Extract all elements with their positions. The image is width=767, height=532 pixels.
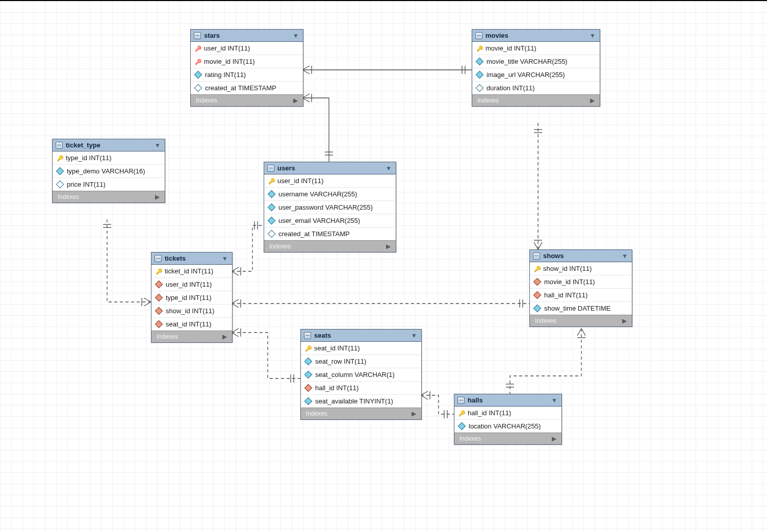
column-row[interactable]: movie_id INT(11) (530, 275, 632, 289)
indexes-section[interactable]: Indexes▶ (151, 331, 232, 342)
svg-line-15 (144, 298, 151, 302)
indexes-label: Indexes (535, 317, 556, 324)
expand-icon[interactable]: ▶ (155, 193, 160, 200)
indexes-section[interactable]: Indexes▶ (191, 94, 303, 106)
column-row[interactable]: movie_title VARCHAR(255) (472, 55, 600, 68)
column-label: user_id INT(11) (204, 44, 250, 52)
column-row[interactable]: type_id INT(11) (151, 291, 232, 305)
column-row[interactable]: hall_id INT(11) (301, 382, 421, 395)
entity-stars[interactable]: stars▼user_id INT(11)movie_id INT(11)rat… (190, 29, 303, 107)
column-row[interactable]: show_id INT(11) (151, 305, 232, 318)
column-row[interactable]: user_password VARCHAR(255) (264, 201, 396, 214)
column-row[interactable]: hall_id INT(11) (530, 289, 632, 302)
column-row[interactable]: created_at TIMESTAMP (264, 227, 396, 240)
indexes-section[interactable]: Indexes▶ (530, 315, 632, 326)
column-row[interactable]: hall_id INT(11) (454, 407, 561, 420)
entity-title[interactable]: shows▼ (530, 250, 632, 262)
expand-icon[interactable]: ▶ (552, 435, 556, 442)
column-row[interactable]: seat_column VARCHAR(1) (301, 368, 421, 382)
column-row[interactable]: user_id INT(11) (264, 174, 396, 188)
column-row[interactable]: duration INT(11) (472, 82, 600, 94)
indexes-section[interactable]: Indexes▶ (264, 240, 396, 252)
column-label: seat_id INT(11) (166, 320, 212, 328)
entity-ticket_type[interactable]: ticket_type▼type_id INT(11)type_demo VAR… (52, 139, 165, 203)
entity-title[interactable]: users▼ (264, 162, 396, 174)
collapse-icon[interactable]: ▼ (411, 332, 417, 339)
d-red-icon (304, 384, 313, 392)
entity-halls[interactable]: halls▼hall_id INT(11)location VARCHAR(25… (454, 394, 562, 445)
column-label: movie_id INT(11) (485, 44, 536, 52)
collapse-icon[interactable]: ▼ (551, 397, 557, 404)
d-cyan-icon (533, 305, 542, 313)
d-white-icon (194, 84, 202, 92)
column-row[interactable]: movie_id INT(11) (472, 42, 600, 55)
expand-icon[interactable]: ▶ (222, 333, 227, 340)
indexes-section[interactable]: Indexes▶ (53, 191, 165, 202)
indexes-section[interactable]: Indexes▶ (301, 408, 421, 419)
collapse-icon[interactable]: ▼ (590, 32, 596, 39)
entity-shows[interactable]: shows▼show_id INT(11)movie_id INT(11)hal… (529, 249, 632, 327)
indexes-section[interactable]: Indexes▶ (472, 94, 600, 106)
column-label: image_url VARCHAR(255) (487, 71, 565, 79)
collapse-icon[interactable]: ▼ (293, 32, 299, 39)
svg-line-0 (302, 66, 310, 70)
d-white-icon (56, 181, 64, 189)
indexes-label: Indexes (269, 243, 291, 250)
column-row[interactable]: user_id INT(11) (191, 42, 303, 55)
column-row[interactable]: created_at TIMESTAMP (191, 82, 303, 94)
column-row[interactable]: type_demo VARCHAR(16) (53, 165, 165, 178)
expand-icon[interactable]: ▶ (412, 410, 416, 417)
column-row[interactable]: type_id INT(11) (53, 151, 165, 165)
entity-title[interactable]: seats▼ (301, 330, 421, 342)
entity-name: seats (314, 332, 331, 339)
er-diagram-canvas[interactable]: stars▼user_id INT(11)movie_id INT(11)rat… (0, 0, 767, 532)
indexes-label: Indexes (196, 97, 217, 104)
column-row[interactable]: user_id INT(11) (151, 278, 232, 291)
column-row[interactable]: seat_id INT(11) (151, 318, 232, 331)
entity-movies[interactable]: movies▼movie_id INT(11)movie_title VARCH… (472, 29, 600, 107)
svg-line-26 (232, 333, 239, 337)
d-cyan-icon (268, 217, 276, 225)
column-row[interactable]: price INT(11) (53, 178, 165, 191)
column-row[interactable]: seat_row INT(11) (301, 355, 421, 368)
expand-icon[interactable]: ▶ (386, 243, 391, 250)
column-row[interactable]: rating INT(11) (191, 68, 303, 82)
column-row[interactable]: user_email VARCHAR(255) (264, 214, 396, 227)
column-label: duration INT(11) (487, 84, 535, 92)
collapse-icon[interactable]: ▼ (155, 142, 161, 149)
column-row[interactable]: seat_id INT(11) (301, 342, 421, 355)
key-yellow-icon (534, 266, 540, 272)
collapse-icon[interactable]: ▼ (222, 255, 228, 262)
expand-icon[interactable]: ▶ (590, 97, 595, 104)
column-row[interactable]: ticket_id INT(11) (151, 265, 232, 278)
column-row[interactable]: show_time DATETIME (530, 302, 632, 315)
entity-title[interactable]: halls▼ (454, 394, 561, 407)
entity-title[interactable]: ticket_type▼ (53, 139, 165, 151)
entity-users[interactable]: users▼user_id INT(11)username VARCHAR(25… (264, 162, 396, 252)
column-row[interactable]: seat_available TINYINT(1) (301, 395, 421, 408)
table-icon (155, 255, 162, 262)
expand-icon[interactable]: ▶ (622, 317, 627, 324)
collapse-icon[interactable]: ▼ (622, 252, 628, 260)
entity-title[interactable]: stars▼ (191, 30, 303, 42)
collapse-icon[interactable]: ▼ (386, 165, 392, 172)
column-row[interactable]: movie_id INT(11) (191, 55, 303, 68)
column-row[interactable]: show_id INT(11) (530, 262, 632, 275)
entity-name: movies (485, 32, 508, 39)
entity-title[interactable]: movies▼ (472, 30, 600, 42)
d-cyan-icon (304, 371, 313, 379)
d-red-icon (155, 294, 163, 302)
column-row[interactable]: location VARCHAR(255) (454, 420, 561, 433)
entity-seats[interactable]: seats▼seat_id INT(11)seat_row INT(11)sea… (300, 329, 422, 420)
expand-icon[interactable]: ▶ (293, 97, 298, 104)
svg-line-25 (232, 328, 239, 333)
indexes-label: Indexes (477, 97, 499, 104)
column-row[interactable]: username VARCHAR(255) (264, 188, 396, 201)
column-row[interactable]: image_url VARCHAR(255) (472, 68, 600, 82)
entity-tickets[interactable]: tickets▼ticket_id INT(11)user_id INT(11)… (151, 252, 233, 343)
d-red-icon (155, 281, 163, 289)
column-label: user_email VARCHAR(255) (278, 217, 360, 224)
entity-title[interactable]: tickets▼ (151, 252, 232, 265)
entity-name: tickets (165, 255, 186, 262)
indexes-section[interactable]: Indexes▶ (454, 433, 561, 444)
